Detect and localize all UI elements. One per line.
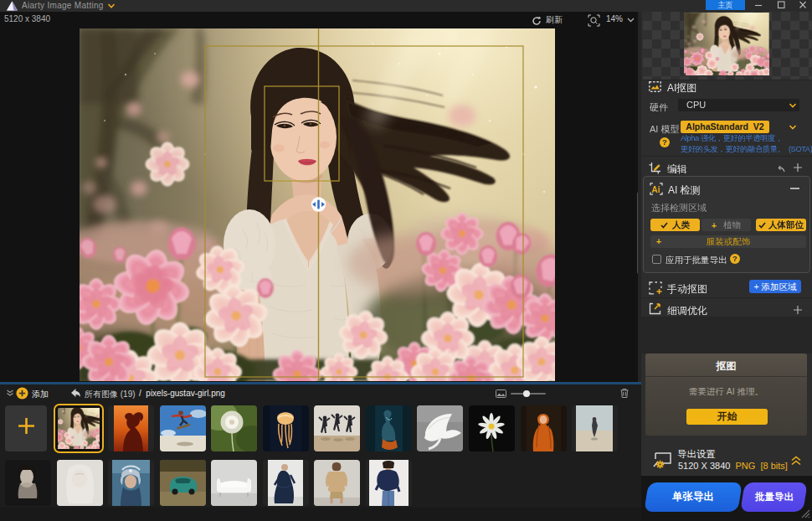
svg-text:Ai: Ai <box>652 185 660 194</box>
